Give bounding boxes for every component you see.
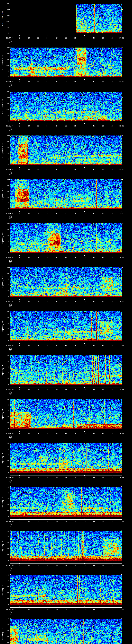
x-tick-label: 35 (74, 37, 76, 39)
y-tick-label: 800 (3, 492, 9, 494)
spectrogram-panel: Frequency (Hz) 0200400600800100051015202… (0, 352, 132, 396)
x-tick-label: 30 (65, 257, 67, 258)
y-tick-label: 400 (3, 592, 9, 594)
y-tick-label: 600 (3, 498, 9, 500)
y-tick-label: 1000 (3, 354, 9, 356)
x-tick-label: 45 (93, 37, 95, 39)
panel-end-time: 16:00 (119, 301, 124, 302)
y-tick-label: 800 (3, 536, 9, 538)
x-tick-label: 10 (28, 433, 30, 434)
y-tick-label: 800 (3, 96, 9, 98)
x-tick-label: 40 (84, 433, 86, 434)
panel-end-time: 13:00 (119, 169, 124, 171)
y-tick-label: 200 (3, 202, 9, 204)
panel-start-time: 19:22:00 (6, 609, 14, 610)
y-tick-label: 800 (3, 141, 9, 142)
x-tick-label: 5 (19, 433, 20, 434)
y-tick-label: 600 (3, 102, 9, 104)
x-tick-label: 50 (102, 169, 104, 171)
panel-start-time: 19:09:00 (6, 37, 14, 39)
x-tick-label: 20 (46, 169, 48, 171)
spectrogram-panel: Frequency (Hz) 0200400600800100051015202… (0, 484, 132, 528)
y-tick-label: 1000 (3, 179, 9, 180)
x-tick-label: 55 (112, 389, 113, 390)
x-tick-label: 55 (112, 521, 113, 522)
panel-end-time: 20:00 (119, 477, 124, 478)
y-tick-label: 0 (3, 76, 9, 78)
x-tick-label: 20 (46, 609, 48, 610)
y-tick-label: 200 (3, 114, 9, 116)
x-tick-label: 50 (102, 257, 104, 258)
spectrogram-panel: Frequency (Hz) 0200400600800100051015202… (0, 440, 132, 484)
spectrogram-panel: Frequency (Hz) 0200400600800100051015202… (0, 88, 132, 132)
y-tick-label: 600 (3, 410, 9, 412)
x-tick-label: 50 (102, 81, 104, 83)
y-tick-label: 400 (3, 328, 9, 330)
y-tick-label: 600 (3, 58, 9, 60)
x-tick-label: 40 (84, 301, 86, 302)
panel-start-time: 19:14:00 (6, 257, 14, 258)
x-tick-label: 50 (102, 345, 104, 346)
x-tick-label: 35 (74, 477, 76, 478)
x-tick-label: 45 (93, 389, 95, 390)
y-tick-label: 600 (3, 366, 9, 368)
x-tick-label: 15 (37, 213, 39, 214)
y-tick-label: 1000 (3, 47, 9, 48)
x-tick-label: 20 (46, 257, 48, 258)
y-tick-label: 1000 (3, 574, 9, 576)
y-tick-label: 1000 (3, 618, 9, 620)
x-tick-label: 25 (56, 37, 58, 39)
x-tick-label: 40 (84, 521, 86, 522)
y-tick-label: 0 (3, 252, 9, 254)
x-tick-label: 15 (37, 125, 39, 127)
x-tick-label: 30 (65, 477, 67, 478)
x-tick-label: 50 (102, 565, 104, 566)
panel-end-time: 10:00 (119, 37, 124, 39)
panel-start-time: 19:10:00 (6, 81, 14, 83)
x-tick-label: 50 (102, 389, 104, 390)
x-tick-label: 5 (19, 169, 20, 171)
x-tick-label: 25 (56, 81, 58, 83)
x-tick-label: 55 (112, 169, 113, 171)
x-tick-label: 45 (93, 257, 95, 258)
x-tick-label: 20 (46, 433, 48, 434)
x-tick-label: 35 (74, 521, 76, 522)
spectrogram-panel: Frequency (Hz) 0200400600800100051015202… (0, 176, 132, 220)
y-tick-label: 0 (3, 296, 9, 298)
x-tick-label: 5 (19, 81, 20, 83)
x-tick-label: 55 (112, 609, 113, 610)
panel-start-time: 19:21:00 (6, 565, 14, 566)
x-tick-label: 20 (46, 477, 48, 478)
x-tick-label: 20 (46, 81, 48, 83)
y-tick-label: 0 (3, 208, 9, 210)
x-tick-label: 40 (84, 169, 86, 171)
spectrogram-panel: Frequency (Hz) 0200400600800100051015202… (0, 44, 132, 88)
x-tick-label: 35 (74, 213, 76, 214)
x-tick-label: 25 (56, 389, 58, 390)
x-tick-label: 45 (93, 213, 95, 214)
x-tick-label: 40 (84, 125, 86, 127)
x-tick-label: 35 (74, 301, 76, 302)
panel-start-time: 19:18:00 (6, 433, 14, 434)
date-label: 2016 (9, 570, 12, 571)
x-tick-label: 30 (65, 81, 67, 83)
x-tick-label: 50 (102, 433, 104, 434)
date-label: 2016 (9, 482, 12, 483)
x-tick-label: 5 (19, 565, 20, 566)
x-tick-label: 55 (112, 477, 113, 478)
x-tick-label: 25 (56, 125, 58, 127)
x-tick-label: 10 (28, 257, 30, 258)
y-tick-label: 1000 (3, 3, 9, 4)
y-tick-label: 1000 (3, 222, 9, 224)
x-tick-label: 5 (19, 213, 20, 214)
panel-start-time: 19:17:00 (6, 389, 14, 390)
x-tick-label: 35 (74, 257, 76, 258)
y-tick-label: 600 (3, 146, 9, 148)
x-tick-label: 10 (28, 477, 30, 478)
panel-start-time: 19:11:00 (6, 125, 14, 127)
x-tick-label: 55 (112, 345, 113, 346)
x-tick-label: 55 (112, 257, 113, 258)
x-tick-label: 30 (65, 389, 67, 390)
y-tick-label: 800 (3, 272, 9, 274)
x-tick-label: 10 (28, 565, 30, 566)
